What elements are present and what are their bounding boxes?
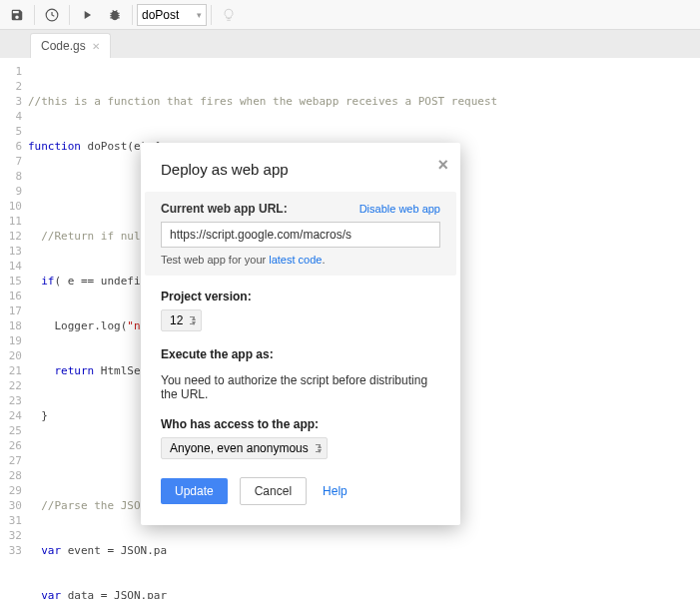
- close-icon[interactable]: ×: [437, 155, 448, 176]
- access-select[interactable]: Anyone, even anonymous ▴▾: [161, 437, 328, 459]
- lightbulb-button[interactable]: [216, 2, 242, 28]
- close-icon[interactable]: ✕: [92, 41, 100, 52]
- clock-icon: [45, 8, 59, 22]
- debug-button[interactable]: [102, 2, 128, 28]
- version-value: 12: [170, 313, 183, 327]
- function-select[interactable]: doPost: [137, 4, 207, 26]
- lightbulb-icon: [222, 8, 236, 22]
- auth-message: You need to authorize the script before …: [161, 373, 440, 401]
- disable-link[interactable]: Disable web app: [359, 203, 440, 215]
- url-section: Current web app URL: Disable web app Tes…: [145, 192, 456, 276]
- dialog-title: Deploy as web app: [141, 143, 460, 192]
- save-button[interactable]: [4, 2, 30, 28]
- cancel-button[interactable]: Cancel: [240, 477, 307, 505]
- toolbar-separator: [69, 5, 70, 25]
- deploy-dialog: × Deploy as web app Current web app URL:…: [141, 143, 460, 525]
- access-label: Who has access to the app:: [161, 417, 440, 431]
- save-icon: [10, 8, 24, 22]
- dialog-buttons: Update Cancel Help: [141, 459, 460, 525]
- toolbar-separator: [211, 5, 212, 25]
- url-hint: Test web app for your latest code.: [161, 254, 440, 266]
- help-button[interactable]: Help: [319, 478, 351, 504]
- play-icon: [80, 8, 94, 22]
- execute-label: Execute the app as:: [161, 347, 440, 361]
- update-button[interactable]: Update: [161, 478, 228, 504]
- run-button[interactable]: [74, 2, 100, 28]
- toolbar-separator: [34, 5, 35, 25]
- tab-bar: Code.gs ✕: [0, 30, 700, 58]
- tab-label: Code.gs: [41, 39, 86, 53]
- version-label: Project version:: [161, 290, 440, 303]
- toolbar-separator: [132, 5, 133, 25]
- tab-code-gs[interactable]: Code.gs ✕: [30, 33, 111, 58]
- access-value: Anyone, even anonymous: [170, 441, 309, 455]
- latest-code-link[interactable]: latest code: [269, 254, 322, 266]
- bug-icon: [108, 8, 122, 22]
- toolbar: doPost: [0, 0, 700, 30]
- history-button[interactable]: [39, 2, 65, 28]
- line-gutter: 1234567891011121314151617181920212223242…: [0, 58, 28, 599]
- version-select[interactable]: 12 ▴▾: [161, 309, 202, 331]
- url-label: Current web app URL:: [161, 202, 288, 216]
- function-select-value: doPost: [142, 8, 179, 22]
- url-input[interactable]: [161, 222, 440, 248]
